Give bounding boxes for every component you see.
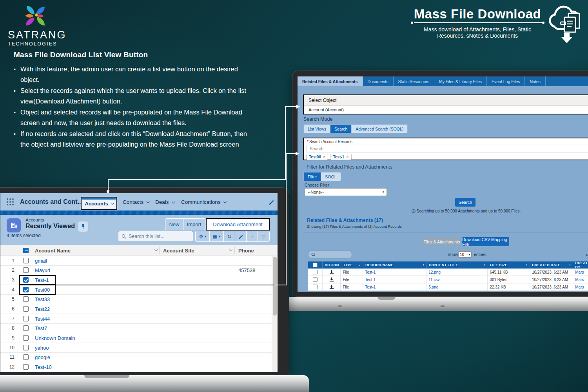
column-phone[interactable]: Phone [238, 248, 254, 254]
row-content-link[interactable]: 12.png [426, 269, 488, 276]
results-search-input[interactable] [308, 250, 352, 259]
tab-related-files-attachments[interactable]: Related Files & Attachments [298, 76, 363, 86]
download-file-icon[interactable] [323, 276, 341, 283]
account-name-link[interactable]: google [35, 354, 50, 360]
row-checkbox[interactable] [23, 277, 29, 283]
account-name-link[interactable]: Test33 [35, 296, 50, 302]
choose-filter-select[interactable]: --None-- ▴▾ [305, 188, 387, 196]
table-row[interactable]: 9Unknown Domain [0, 333, 272, 343]
tab-my-files-library-files[interactable]: My Files & Library Files [434, 76, 487, 86]
table-row[interactable]: 4Test00 [0, 285, 272, 295]
table-row[interactable]: 8Test7 [0, 324, 272, 334]
vertical-scrollbar[interactable] [272, 256, 278, 372]
table-row[interactable]: 2Mayuri457538 [0, 266, 272, 276]
select-all-checkbox[interactable] [23, 248, 29, 253]
remove-chip-icon[interactable]: × [323, 154, 325, 159]
row-checkbox[interactable] [308, 276, 323, 283]
table-row[interactable]: 7Test44 [0, 314, 272, 324]
row-checkbox[interactable] [23, 267, 29, 273]
header-select-all-checkbox[interactable] [308, 261, 323, 269]
show-entries-select[interactable]: 10 ▾ [458, 251, 472, 258]
tab-event-log-files[interactable]: Event Log Files [487, 76, 525, 86]
row-checkbox[interactable] [23, 258, 29, 263]
row-checkbox[interactable] [23, 306, 29, 312]
account-name-link[interactable]: Test22 [35, 306, 50, 312]
filter-list-button[interactable]: ▽ [258, 231, 270, 242]
account-name-link[interactable]: Test44 [35, 316, 50, 321]
column-action[interactable]: ACTION [323, 261, 341, 269]
row-checkbox[interactable] [23, 354, 29, 360]
column-account-name[interactable]: Account Name [35, 248, 71, 254]
download-csv-mapping-button[interactable]: Download CSV Mapping File [462, 237, 509, 246]
select-object-dropdown[interactable]: Account (Account) [304, 105, 588, 114]
chevron-down-icon[interactable] [154, 248, 158, 251]
table-row[interactable]: 12Test-10 [0, 362, 272, 372]
advanced-search-soql-button[interactable]: Advanced Search (SOQL) [352, 125, 407, 133]
tab-documents[interactable]: Documents [363, 76, 393, 86]
tab-accounts[interactable]: Accounts [81, 197, 117, 210]
account-name-link[interactable]: Test7 [35, 325, 47, 331]
tab-contacts[interactable]: Contacts [123, 199, 149, 205]
record-chip[interactable]: Test00× [306, 154, 328, 160]
remove-chip-icon[interactable]: × [346, 154, 348, 159]
import-button[interactable]: Import [183, 218, 205, 230]
table-row[interactable]: 1gmail [0, 256, 272, 266]
row-record-link[interactable]: Test-1 [363, 269, 426, 276]
account-name-link[interactable]: gmail [35, 258, 47, 263]
row-created-by-link[interactable]: Mars [573, 283, 588, 290]
row-checkbox[interactable] [23, 316, 29, 321]
column-record-name[interactable]: RECORD NAME↕ [363, 261, 427, 269]
account-name-link[interactable]: Mayuri [35, 267, 50, 273]
table-row[interactable]: 10yahoo [0, 343, 272, 353]
row-checkbox[interactable] [23, 335, 29, 341]
row-checkbox[interactable] [308, 283, 323, 290]
scrollbar-thumb[interactable] [273, 257, 277, 316]
download-file-icon[interactable] [323, 283, 341, 290]
column-created-date[interactable]: CREATED DATE↕ [530, 261, 573, 269]
search-submit-button[interactable]: Search [455, 198, 475, 207]
app-launcher-icon[interactable] [7, 198, 14, 205]
row-checkbox[interactable] [23, 296, 29, 302]
row-created-by-link[interactable]: Mars [573, 276, 588, 283]
new-button[interactable]: New [165, 218, 183, 230]
download-attachment-button[interactable]: Download Attachment [206, 218, 270, 230]
inline-edit-button[interactable] [235, 231, 247, 242]
record-search-input[interactable] [310, 146, 427, 151]
row-record-link[interactable]: Test-1 [363, 283, 426, 290]
column-type[interactable]: TYPE▲ [341, 261, 363, 269]
account-name-link[interactable]: Unknown Domain [35, 335, 75, 341]
account-name-link[interactable]: Test-10 [35, 364, 52, 370]
pencil-icon[interactable] [269, 199, 274, 205]
settings-gear-button[interactable]: ⚙▾ [195, 231, 210, 242]
column-file-size[interactable]: FILE SIZE↕ [488, 261, 530, 269]
row-checkbox[interactable] [23, 364, 29, 370]
scroll-left-icon[interactable]: < [586, 252, 588, 257]
record-chip[interactable]: Test-1× [330, 154, 351, 160]
display-mode-button[interactable]: ▦▾ [209, 231, 224, 242]
list-views-button[interactable]: List Views [304, 125, 330, 133]
list-view-selector[interactable]: Recently Viewed [25, 223, 82, 230]
row-record-link[interactable]: Test-1 [363, 276, 426, 283]
column-content-title[interactable]: CONTENT TITLE↕ [427, 261, 488, 269]
table-row[interactable]: 3Test-1 [0, 275, 272, 285]
tab-communications[interactable]: Communications [181, 199, 226, 205]
table-row[interactable]: 5Test33 [0, 295, 272, 305]
row-checkbox[interactable] [23, 287, 29, 292]
row-created-by-link[interactable]: Mars [573, 269, 588, 276]
soql-button[interactable]: SOQL [321, 172, 340, 181]
row-content-link[interactable]: 11.csv [426, 276, 488, 283]
filter-button[interactable]: Filter [304, 172, 321, 181]
row-checkbox[interactable] [23, 325, 29, 331]
pin-list-view-button[interactable] [78, 221, 88, 232]
list-search-input[interactable] [129, 234, 187, 239]
search-mode-button[interactable]: Search [330, 125, 352, 133]
column-account-site[interactable]: Account Site [163, 248, 194, 254]
charts-button[interactable]: ◔ [246, 231, 258, 242]
row-checkbox[interactable] [308, 269, 323, 276]
chevron-down-icon[interactable] [229, 248, 232, 251]
account-name-link[interactable]: Test00 [35, 287, 50, 292]
account-name-link[interactable]: yahoo [35, 345, 49, 350]
account-name-link[interactable]: Test-1 [35, 277, 49, 283]
tab-static-resources[interactable]: Static Resources [394, 76, 434, 86]
table-row[interactable]: 6Test22 [0, 304, 272, 314]
